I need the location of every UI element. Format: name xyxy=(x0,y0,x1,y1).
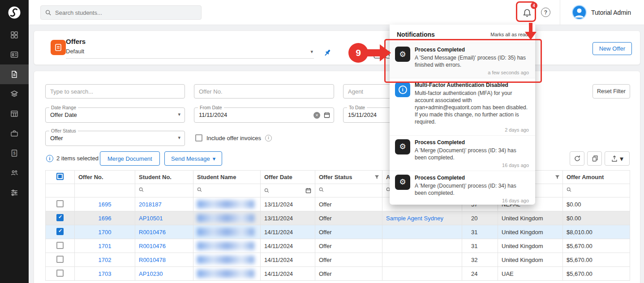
filter-icon[interactable] xyxy=(555,175,560,180)
offer-status-select[interactable]: Offer Status Offer xyxy=(45,131,185,146)
export-icon xyxy=(611,155,618,162)
date-range-label: Date Range xyxy=(49,105,78,110)
col-header-offer-status[interactable]: Offer Status xyxy=(319,174,352,180)
student-no-link[interactable]: R0010476 xyxy=(139,243,166,249)
offer-no-link[interactable]: 1702 xyxy=(99,257,112,263)
notification-item[interactable]: Process Completed A 'Merge (Document)' p… xyxy=(390,171,535,205)
reset-filter-button[interactable]: Reset Filter xyxy=(592,84,630,99)
student-no-link[interactable]: AP10230 xyxy=(139,270,163,277)
table-row[interactable]: 1695 2018187 13/11/2024 Offer 57 NEPAL $… xyxy=(46,197,630,211)
notification-item[interactable]: Multi-Factor Authentication Disabled Mul… xyxy=(390,78,535,135)
search-icon[interactable] xyxy=(197,187,202,193)
from-date-label: From Date xyxy=(198,105,224,110)
student-name-redacted xyxy=(197,256,254,264)
export-button[interactable] xyxy=(605,151,630,166)
offers-module-icon xyxy=(51,40,66,55)
notification-title: Process Completed xyxy=(415,47,529,53)
sidebar-item-invoices[interactable]: $ xyxy=(0,143,29,163)
offer-no-link[interactable]: 1703 xyxy=(99,270,112,277)
sidebar-item-offers[interactable] xyxy=(0,64,29,84)
search-icon[interactable] xyxy=(319,187,324,193)
grid-search-input[interactable] xyxy=(45,84,185,99)
row-checkbox[interactable] xyxy=(56,270,64,277)
sidebar-item-dashboard[interactable] xyxy=(0,25,29,45)
svg-text:$: $ xyxy=(13,151,15,155)
new-offer-button[interactable]: New Offer xyxy=(592,42,632,55)
search-icon[interactable] xyxy=(567,187,572,193)
col-header-offer-date[interactable]: Offer Date xyxy=(264,174,292,180)
search-icon[interactable] xyxy=(264,188,270,193)
user-name[interactable]: Tutorial Admin xyxy=(591,0,631,25)
select-all-checkbox[interactable] xyxy=(56,173,64,180)
offer-status-cell: Offer xyxy=(315,253,382,267)
notification-item[interactable]: Process Completed A 'Send Message (Email… xyxy=(390,43,535,78)
col-header-student-no[interactable]: Student No. xyxy=(139,174,172,180)
notification-body: A 'Merge (Document)' process (ID: 34) ha… xyxy=(415,182,529,197)
offer-no-input[interactable] xyxy=(194,84,334,99)
pin-view-icon[interactable] xyxy=(323,48,332,57)
sidebar-item-services[interactable] xyxy=(0,124,29,143)
merge-document-button[interactable]: Merge Document xyxy=(100,151,160,166)
calendar-icon[interactable] xyxy=(305,188,311,193)
process-icon xyxy=(395,175,410,190)
copy-button[interactable] xyxy=(587,151,602,166)
sidebar-item-agents[interactable] xyxy=(0,163,29,183)
clear-date-icon[interactable] xyxy=(313,112,320,119)
view-selector-value: Default xyxy=(66,48,84,55)
notification-item[interactable]: Process Completed A 'Merge (Document)' p… xyxy=(390,135,535,171)
offer-no-link[interactable]: 1695 xyxy=(99,201,112,208)
student-no-link[interactable]: 2018187 xyxy=(139,201,162,208)
user-avatar[interactable] xyxy=(572,5,587,20)
table-row[interactable]: 1700 R0010476 14/11/2024 Offer 31 United… xyxy=(46,225,630,239)
mark-all-read-link[interactable]: Marks all as read xyxy=(490,32,528,37)
student-no-link[interactable]: R0010478 xyxy=(139,257,166,263)
notification-title: Process Completed xyxy=(415,175,529,181)
sidebar-item-courses[interactable] xyxy=(0,84,29,104)
view-selector[interactable]: Default xyxy=(66,48,314,59)
bell-icon xyxy=(522,8,532,18)
table-row[interactable]: 1696 AP10501 13/11/2024 Offer Sample Age… xyxy=(46,211,630,225)
calendar-icon[interactable] xyxy=(324,112,330,118)
col-header-offer-amount[interactable]: Offer Amount xyxy=(567,174,604,180)
refresh-button[interactable] xyxy=(570,151,584,166)
offer-no-link[interactable]: 1696 xyxy=(99,215,112,222)
process-status-icon[interactable] xyxy=(373,50,382,59)
include-invoices-checkbox[interactable] xyxy=(195,134,202,142)
topbar: 4 Tutorial Admin xyxy=(29,0,644,25)
notifications-panel: Notifications Marks all as read Process … xyxy=(390,25,535,205)
search-input[interactable] xyxy=(55,9,197,16)
row-checkbox[interactable] xyxy=(56,214,64,221)
offer-no-link[interactable]: 1700 xyxy=(99,229,112,236)
sidebar-item-settings[interactable] xyxy=(0,183,29,202)
col-header-offer-no[interactable]: Offer No. xyxy=(78,174,103,180)
student-no-link[interactable]: AP10501 xyxy=(139,215,163,222)
app-logo xyxy=(0,0,29,25)
offer-no-link[interactable]: 1701 xyxy=(99,243,112,249)
sidebar-item-students[interactable] xyxy=(0,45,29,64)
search-icon[interactable] xyxy=(139,187,144,193)
notification-time: 2 days ago xyxy=(415,127,529,133)
table-row[interactable]: 1703 AP10230 14/11/2024 Offer 24 UAE $5,… xyxy=(46,267,630,281)
student-no-link[interactable]: R0010476 xyxy=(139,229,166,236)
page-title: Offers xyxy=(66,38,86,45)
amount-cell: $0.00 xyxy=(563,197,630,211)
row-checkbox[interactable] xyxy=(56,200,64,207)
sidebar-item-reports[interactable] xyxy=(0,104,29,124)
from-date-field[interactable]: From Date 11/11/2024 xyxy=(194,107,334,123)
help-button[interactable] xyxy=(541,8,550,17)
date-range-select[interactable]: Date Range Offer Date xyxy=(45,107,185,123)
row-checkbox[interactable] xyxy=(56,242,64,249)
row-checkbox[interactable] xyxy=(56,228,64,235)
send-message-button[interactable]: Send Message xyxy=(164,151,222,166)
country-cell: United Kingdom xyxy=(498,253,563,267)
row-checkbox[interactable] xyxy=(56,256,64,263)
student-name-redacted xyxy=(197,270,254,278)
offer-date-cell: 14/11/2024 xyxy=(261,267,315,281)
offer-status-cell: Offer xyxy=(315,239,382,253)
agent-link[interactable]: Sample Agent Sydney xyxy=(386,215,443,222)
table-row[interactable]: 1702 R0010478 14/11/2024 Offer 32 United… xyxy=(46,253,630,267)
global-search[interactable] xyxy=(40,5,202,20)
table-row[interactable]: 1701 R0010476 14/11/2024 Offer 31 United… xyxy=(46,239,630,253)
col-header-student-name[interactable]: Student Name xyxy=(197,174,236,180)
filter-icon[interactable] xyxy=(374,175,379,180)
